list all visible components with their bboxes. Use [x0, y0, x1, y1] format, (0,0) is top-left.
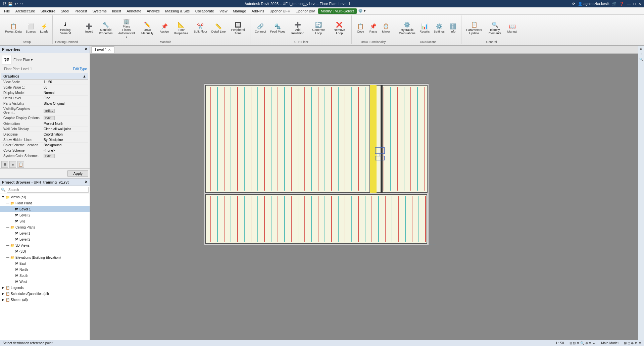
close-btn[interactable]: ✕: [638, 2, 641, 6]
maximize-btn[interactable]: □: [633, 2, 636, 6]
identify-elements-btn[interactable]: 🔍 Identify Elements: [485, 19, 505, 36]
menu-systems[interactable]: Systems: [90, 8, 109, 14]
tree-ceiling-level1[interactable]: 🗺 Level 1: [0, 230, 90, 236]
sync-icon[interactable]: ⟳: [572, 2, 575, 6]
menu-view[interactable]: View: [217, 8, 230, 14]
3d-views-expand[interactable]: —: [6, 244, 9, 247]
graphics-section-header[interactable]: Graphics ▲: [1, 73, 88, 80]
menu-massing[interactable]: Massing & Site: [162, 8, 192, 14]
manifold-properties-btn[interactable]: 🔧 Manifold Properties: [96, 19, 116, 36]
tree-sheets[interactable]: ▶ 📋 Sheets (all): [0, 297, 90, 303]
detail-line-btn[interactable]: 📏 Detail Line: [210, 21, 228, 35]
menu-extra[interactable]: ⚙️ ▾: [358, 9, 366, 13]
assign-btn[interactable]: 📌 Assign: [158, 21, 170, 35]
paste-btn[interactable]: 📌 Paste: [367, 21, 379, 35]
tree-site[interactable]: 🗺 Site: [0, 218, 90, 224]
results-btn[interactable]: 📊 Results: [418, 21, 431, 35]
project-data-btn[interactable]: 📋 Project Data: [3, 21, 23, 35]
properties-close[interactable]: ✕: [85, 47, 88, 51]
place-floors-btn[interactable]: 🏢 Place Floors Automatically: [116, 16, 137, 40]
tab-level1-close[interactable]: ✕: [108, 48, 111, 52]
list-icon-btn[interactable]: ≡: [9, 161, 16, 168]
add-insulation-btn[interactable]: ➕ Add Insulation: [288, 19, 308, 36]
tree-floor-plans[interactable]: — 📂 Floor Plans: [0, 200, 90, 206]
vis-graphics-edit-btn[interactable]: Edit...: [44, 109, 55, 113]
right-icon-3[interactable]: 🔍: [639, 57, 644, 62]
user-name[interactable]: 👤 agnieszka.kesik: [578, 2, 610, 6]
elevations-expand[interactable]: —: [6, 256, 9, 259]
quick-access-undo[interactable]: ↩: [15, 2, 18, 6]
tree-east[interactable]: 🗺 East: [0, 260, 90, 266]
type-selector[interactable]: Floor Plan ▾: [13, 58, 33, 62]
tree-schedules[interactable]: ▶ 📋 Schedules/Quantities (all): [0, 291, 90, 297]
draw-manually-btn[interactable]: ✏️ Draw Manually: [137, 19, 157, 36]
copy-btn[interactable]: 📋 Copy: [354, 21, 366, 35]
remove-loop-btn[interactable]: ❌ Remove Loop: [329, 19, 349, 36]
sheets-expand[interactable]: ▶: [1, 298, 5, 301]
tree-views-all[interactable]: ▼ 📁 Views (all): [0, 194, 90, 200]
tree-elevations[interactable]: — 📂 Elevations (Building Elevation): [0, 254, 90, 260]
tree-level2[interactable]: 🗺 Level 2: [0, 212, 90, 218]
menu-modify[interactable]: Modify | Multi-Select: [318, 8, 357, 14]
peripheral-zone-btn[interactable]: 🔲 Peripheral Zone: [228, 19, 248, 36]
tree-west[interactable]: 🗺 West: [0, 279, 90, 285]
hydraulic-calc-btn[interactable]: ⚙️ Hydraulic Calculations: [397, 19, 417, 36]
quick-access-save[interactable]: 💾: [8, 2, 13, 6]
right-icon-1[interactable]: ⊞: [639, 46, 644, 51]
tree-legends[interactable]: ▶ 📋 Legends: [0, 285, 90, 291]
views-expand[interactable]: ▼: [1, 195, 5, 199]
legends-expand[interactable]: ▶: [1, 286, 5, 289]
feed-pipes-btn[interactable]: 🔩 Feed Pipes: [268, 21, 287, 35]
tree-ceiling-level2[interactable]: 🗺 Level 2: [0, 236, 90, 242]
menu-structure[interactable]: Structure: [38, 8, 58, 14]
info-btn[interactable]: ℹ️ Info: [447, 21, 459, 35]
menu-insert[interactable]: Insert: [109, 8, 124, 14]
graphic-display-edit-btn[interactable]: Edit...: [44, 116, 55, 120]
mirror-btn[interactable]: 🪞 Mirror: [380, 21, 392, 35]
browser-close[interactable]: ✕: [85, 180, 88, 184]
system-color-edit-btn[interactable]: Edit...: [44, 154, 55, 158]
heating-demand-btn[interactable]: 🌡 Heating Demand: [55, 19, 76, 36]
floor-plans-expand[interactable]: —: [6, 201, 9, 205]
copy-icon-btn[interactable]: 📋: [17, 161, 24, 168]
menu-collaborate[interactable]: Collaborate: [193, 8, 217, 14]
minimize-btn[interactable]: —: [627, 2, 631, 6]
quick-access-redo[interactable]: ↪: [20, 2, 23, 6]
spaces-btn[interactable]: ⬜ Spaces: [24, 21, 38, 35]
search-input[interactable]: [7, 187, 89, 193]
store-icon[interactable]: 🛒: [612, 2, 617, 6]
menu-manage[interactable]: Manage: [230, 8, 249, 14]
params-update-btn[interactable]: 📋 Parameters Update: [464, 19, 484, 36]
menu-addins[interactable]: Add-Ins: [249, 8, 267, 14]
connect-btn[interactable]: 🔗 Connect: [253, 21, 268, 35]
tree-level1[interactable]: 🗺 Level 1: [0, 206, 90, 212]
menu-steel[interactable]: Steel: [58, 8, 72, 14]
drawing-canvas[interactable]: ✕: [90, 54, 638, 340]
help-icon[interactable]: ❓: [620, 2, 624, 6]
right-icon-2[interactable]: ↕: [639, 52, 644, 56]
apply-button[interactable]: Apply: [67, 170, 88, 177]
insert-btn[interactable]: ➕ Insert: [83, 21, 95, 35]
tree-north[interactable]: 🗺 North: [0, 266, 90, 273]
split-floor-btn[interactable]: ✂️ Split Floor: [192, 21, 209, 35]
menu-architecture[interactable]: Architecture: [13, 8, 38, 14]
menu-uponor-ufh[interactable]: Uponor UFH: [267, 8, 293, 14]
loads-btn[interactable]: ⚡ Loads: [38, 21, 50, 35]
edit-type-btn[interactable]: Edit Type: [73, 67, 87, 71]
menu-file[interactable]: File: [1, 8, 13, 14]
menu-analyze[interactable]: Analyze: [144, 8, 162, 14]
manual-btn[interactable]: 📖 Manual: [506, 21, 519, 35]
schedules-expand[interactable]: ▶: [1, 292, 5, 295]
tree-3d[interactable]: 🗺 {3D}: [0, 248, 90, 254]
floor-properties-btn[interactable]: 📐 Floor Properties: [171, 19, 191, 36]
menu-precast[interactable]: Precast: [72, 8, 90, 14]
tree-3d-views[interactable]: — 📂 3D Views: [0, 242, 90, 248]
tab-level1[interactable]: Level 1 ✕: [91, 46, 114, 53]
ceiling-plans-expand[interactable]: —: [6, 226, 9, 229]
menu-annotate[interactable]: Annotate: [124, 8, 144, 14]
tree-ceiling-plans[interactable]: — 📂 Ceiling Plans: [0, 224, 90, 230]
menu-uponor-bim[interactable]: Uponor BIM: [293, 8, 318, 14]
view-icon-btn[interactable]: ⊞: [1, 161, 8, 168]
generate-loop-btn[interactable]: 🔄 Generate Loop: [308, 19, 329, 36]
settings-btn[interactable]: ⚙️ Settings: [432, 21, 446, 35]
